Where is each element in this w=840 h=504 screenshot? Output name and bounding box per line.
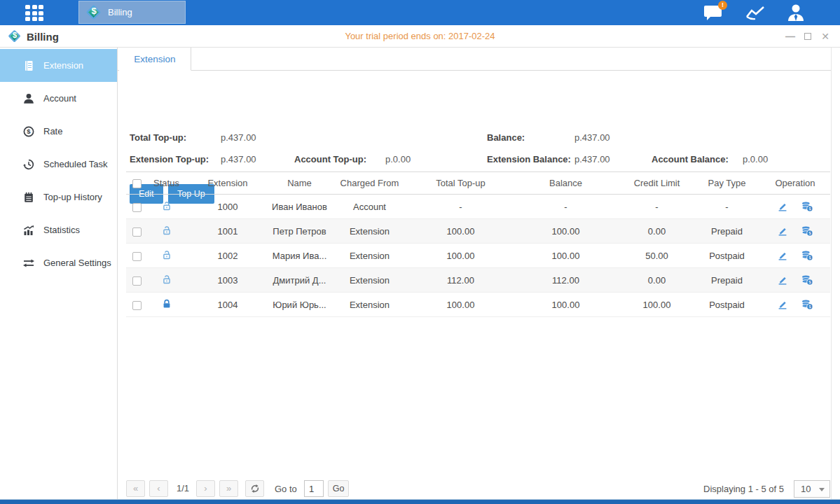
sidebar-item-topup-history[interactable]: Top-up History: [0, 181, 117, 214]
notebook-icon: [22, 191, 35, 204]
account-balance-value: p.0.00: [743, 154, 768, 164]
refresh-button[interactable]: [245, 480, 264, 497]
next-page-button[interactable]: ›: [196, 480, 215, 497]
sidebar: Extension Account $ Rate Scheduled Task: [0, 48, 118, 499]
sidebar-item-statistics[interactable]: Statistics: [0, 214, 117, 246]
edit-pencil-icon[interactable]: [777, 201, 788, 212]
total-topup-value: p.437.00: [221, 132, 256, 143]
content-right-divider: [831, 48, 832, 499]
edit-pencil-icon[interactable]: [777, 274, 788, 286]
top-up-coins-icon[interactable]: $: [801, 225, 813, 237]
maximize-icon[interactable]: [803, 31, 813, 41]
table-row: 1004 Юрий Юрь... Extension 100.00 100.00…: [126, 293, 830, 317]
svg-text:$: $: [808, 279, 811, 284]
col-extension: Extension: [186, 172, 270, 195]
sidebar-item-label: Rate: [43, 126, 62, 136]
sidebar-item-label: Statistics: [43, 225, 80, 235]
sidebar-item-account[interactable]: Account: [0, 82, 117, 115]
page-size-value: 10: [801, 484, 811, 494]
go-button[interactable]: Go: [328, 480, 349, 497]
edit-pencil-icon[interactable]: [777, 299, 788, 310]
table-header-row: Status Extension Name Charged From Total…: [126, 172, 830, 195]
svg-text:$: $: [808, 255, 811, 260]
locked-icon[interactable]: [161, 298, 172, 309]
edit-pencil-icon[interactable]: [777, 250, 788, 261]
trial-notice: Your trial period ends on: 2017-02-24: [0, 31, 840, 41]
sidebar-item-extension[interactable]: Extension: [0, 49, 117, 82]
top-up-coins-icon[interactable]: $: [801, 299, 813, 310]
sidebar-item-label: Extension: [43, 60, 83, 71]
balance-label: Balance:: [487, 132, 525, 143]
col-credit-limit: Credit Limit: [620, 172, 694, 195]
taskbar-billing-tab[interactable]: $ Billing: [78, 1, 186, 24]
sidebar-item-label: General Settings: [43, 258, 111, 268]
col-status: Status: [147, 172, 186, 195]
last-page-button[interactable]: »: [219, 480, 238, 497]
page-indicator: 1/1: [171, 483, 195, 493]
row-checkbox[interactable]: [132, 252, 142, 261]
bar-chart-icon: [22, 224, 35, 237]
sidebar-item-scheduled-task[interactable]: Scheduled Task: [0, 148, 117, 181]
unlocked-icon[interactable]: [161, 225, 172, 236]
line-chart-icon[interactable]: [743, 3, 767, 22]
sidebar-item-label: Top-up History: [43, 192, 102, 202]
sidebar-item-general-settings[interactable]: General Settings: [0, 246, 117, 279]
svg-text:$: $: [27, 127, 31, 135]
table-row: 1002 Мария Ива... Extension 100.00 100.0…: [126, 244, 830, 268]
sidebar-item-rate[interactable]: $ Rate: [0, 115, 117, 148]
row-checkbox[interactable]: [132, 227, 142, 237]
unlocked-icon[interactable]: [161, 274, 172, 285]
account-topup-value: p.0.00: [385, 154, 411, 164]
edit-pencil-icon[interactable]: [777, 225, 788, 237]
chevron-down-icon: [819, 488, 825, 491]
col-charged-from: Charged From: [329, 172, 410, 195]
col-total-topup: Total Top-up: [410, 172, 511, 195]
extension-balance-label: Extension Balance:: [487, 154, 571, 164]
svg-text:$: $: [808, 304, 811, 309]
svg-text:$: $: [808, 230, 811, 235]
user-account-icon[interactable]: [784, 3, 808, 22]
window-controls: — ✕: [785, 25, 830, 48]
page-size-select[interactable]: 10: [794, 480, 830, 498]
refresh-icon: [250, 484, 260, 493]
messages-icon[interactable]: !: [701, 3, 725, 22]
svg-text:$: $: [808, 206, 811, 211]
col-name: Name: [270, 172, 329, 195]
top-up-coins-icon[interactable]: $: [801, 201, 813, 212]
row-checkbox[interactable]: [132, 203, 142, 212]
goto-label: Go to: [275, 484, 297, 494]
ledger-icon: [22, 59, 35, 72]
col-operation: Operation: [760, 172, 830, 195]
apps-grid-icon[interactable]: [25, 5, 48, 21]
displaying-text: Displaying 1 - 5 of 5: [703, 484, 784, 494]
unlocked-icon[interactable]: [161, 249, 172, 260]
top-up-coins-icon[interactable]: $: [801, 274, 813, 286]
notification-badge: !: [718, 1, 727, 10]
minimize-icon[interactable]: —: [785, 31, 795, 41]
first-page-button[interactable]: «: [126, 480, 145, 497]
taskbar-tab-label: Billing: [108, 7, 132, 18]
account-balance-label: Account Balance:: [652, 154, 729, 164]
extension-balance-value: p.437.00: [574, 154, 610, 164]
select-all-checkbox[interactable]: [132, 179, 142, 188]
table-row: 1003 Дмитрий Д... Extension 112.00 112.0…: [126, 268, 830, 293]
goto-page-input[interactable]: [304, 480, 324, 497]
tab-extension[interactable]: Extension: [119, 48, 191, 71]
desktop-taskbar: $ Billing !: [0, 0, 840, 25]
tab-bar: Extension: [118, 48, 831, 71]
sidebar-item-label: Scheduled Task: [43, 159, 108, 169]
row-checkbox[interactable]: [132, 301, 142, 310]
prev-page-button[interactable]: ‹: [149, 480, 168, 497]
sidebar-item-label: Account: [43, 93, 76, 104]
unlocked-icon[interactable]: [161, 200, 172, 211]
extension-table: Status Extension Name Charged From Total…: [126, 172, 830, 317]
user-icon: [22, 92, 35, 105]
dollar-circle-icon: $: [22, 125, 35, 138]
transfer-arrows-icon: [22, 257, 35, 270]
top-up-coins-icon[interactable]: $: [801, 250, 813, 261]
window-titlebar: $ Billing Your trial period ends on: 201…: [0, 25, 840, 48]
balance-value: p.437.00: [574, 132, 610, 143]
row-checkbox[interactable]: [132, 276, 142, 286]
billing-app-icon: $: [86, 5, 102, 20]
close-icon[interactable]: ✕: [820, 31, 830, 41]
